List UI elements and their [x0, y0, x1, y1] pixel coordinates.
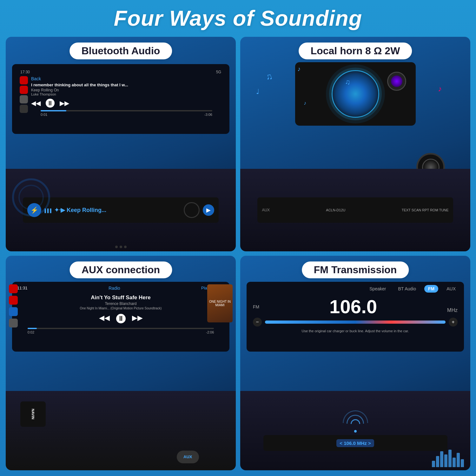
horn-panel-model: ACLN-D12U	[273, 208, 399, 212]
horn-radio-panel: AUX ACLN-D12U TEXT SCAN RPT ROM TUNE	[257, 197, 453, 223]
aux-album: One Night In Miami... (Original Motion P…	[17, 307, 224, 310]
bluetooth-car-interior: ⚡ ▌▌▌ ✦ᐧ▶ Keep Rolling... ▶	[6, 169, 236, 251]
speaker-device	[295, 62, 416, 126]
horn-panel-controls: TEXT SCAN RPT ROM TUNE	[402, 208, 449, 212]
feature-grid: Bluetooth Audio 17:30 5G	[6, 37, 470, 470]
aux-time: 11:31	[17, 286, 28, 291]
note-3-icon: ♩	[256, 88, 259, 96]
aux-plug-text: AUX	[183, 454, 192, 459]
radio-text: ▌▌▌ ✦ᐧ▶ Keep Rolling...	[44, 207, 180, 214]
horn-panel-label: AUX	[262, 208, 270, 212]
aux-progress: 0:02 -2:06	[17, 327, 224, 335]
cell-horn: Local horn 8 Ω 2W ♫ ♪ ♩ ♪	[240, 37, 470, 251]
bt-elapsed: 0:01	[41, 113, 47, 116]
carplay-symbol: ▶	[206, 207, 211, 214]
fm-radio-panel: < 106.0 MHz >	[263, 435, 447, 451]
bt-song: Keep Rolling On	[31, 88, 222, 92]
radio-buttons-row	[115, 246, 127, 248]
fm-unit: MHz	[447, 307, 458, 313]
carplay-icon: ▶	[203, 204, 214, 216]
fm-plus-btn[interactable]: +	[449, 318, 458, 327]
bt-progress-bar	[41, 110, 212, 111]
camera-lens	[387, 72, 406, 91]
fm-bar-8	[461, 459, 464, 467]
horn-car-interior: AUX ACLN-D12U TEXT SCAN RPT ROM TUNE	[240, 169, 470, 251]
fm-frequency-slider[interactable]	[265, 321, 446, 324]
bluetooth-content: 17:30 5G Back I remember thinking about	[6, 37, 236, 251]
fm-minus-btn[interactable]: −	[253, 318, 262, 327]
note-4-icon: ♪	[438, 84, 442, 93]
cell-bluetooth: Bluetooth Audio 17:30 5G	[6, 37, 236, 251]
fm-tab-bt-audio[interactable]: BT Audio	[394, 285, 420, 293]
aux-app-icons	[9, 284, 18, 327]
bt-total: -3:06	[204, 113, 212, 116]
fm-note: Use the original car charger or buck lin…	[247, 327, 464, 333]
aux-label: AUX connection	[69, 261, 172, 278]
fm-tab-aux[interactable]: AUX	[443, 285, 459, 293]
aux-dashboard: NAVIN AUX	[17, 395, 224, 466]
bt-time-row: 0:01 -3:06	[41, 113, 212, 116]
horn-label: Local horn 8 Ω 2W	[299, 43, 412, 59]
bluetooth-label: Bluetooth Audio	[69, 43, 172, 59]
aux-car-interior: NAVIN AUX	[6, 391, 236, 470]
fm-content: 🏠 🎵 FM ↺ Speaker BT Audio FM AUX	[240, 256, 470, 470]
aux-song-name: Ain't Yo Stuff Safe Here	[17, 294, 224, 301]
aux-screen: 11:31 Radio Playing Next Ain't Yo Stuff …	[12, 282, 229, 352]
aux-progress-bar	[28, 328, 214, 329]
aux-song-info: Ain't Yo Stuff Safe Here Terence Blancha…	[17, 294, 224, 310]
horn-label-text: Local horn 8 Ω 2W	[311, 45, 400, 56]
fm-freq-display: < 106.0 MHz >	[336, 439, 374, 447]
fm-bar-2	[436, 456, 439, 467]
fm-main: FM 106.0 MHz	[247, 296, 464, 318]
radio-panel: ⚡ ▌▌▌ ✦ᐧ▶ Keep Rolling... ▶	[23, 197, 218, 223]
fm-tab-fm[interactable]: FM	[424, 285, 438, 293]
fm-bar-6	[453, 458, 456, 467]
fm-slider-row: − +	[247, 318, 464, 327]
aux-artist-name: Terence Blanchard	[17, 301, 224, 306]
fm-tab-speaker[interactable]: Speaker	[366, 285, 390, 293]
aux-time-row: 0:02 -2:06	[28, 330, 214, 334]
fm-bar-4	[444, 454, 447, 467]
bt-next-icon[interactable]: ▶▶	[60, 99, 69, 107]
aux-prev-icon[interactable]: ◀◀	[99, 314, 110, 323]
cell-fm: FM Transmission 🏠 🎵 FM ↺ Speaker BT Audi…	[240, 256, 470, 470]
navin-unit: NAVIN	[20, 401, 46, 427]
bt-back-btn[interactable]: Back	[31, 76, 222, 81]
bt-signal: 5G	[216, 70, 221, 74]
fm-bar-1	[432, 461, 435, 467]
navin-label: NAVIN	[31, 409, 35, 419]
fm-eq-bars	[432, 448, 464, 467]
bt-progress-fill	[41, 110, 66, 111]
aux-next-icon[interactable]: ▶▶	[132, 314, 143, 323]
speaker-grille	[332, 70, 379, 118]
fm-mode-label: FM	[253, 304, 259, 309]
aux-pause-icon[interactable]: ⏸	[116, 314, 126, 323]
camera-iris	[391, 76, 402, 87]
horn-panel-text: TEXT SCAN RPT ROM TUNE	[402, 208, 449, 212]
aux-album-art: ONE NIGHT IN MIAMI	[207, 284, 233, 322]
note-1-icon: ♫	[264, 71, 274, 83]
page-title: Four Ways of Sounding	[114, 6, 362, 30]
bt-song-title: I remember thinking about all the things…	[31, 83, 222, 87]
bt-artist: Luke Thompson	[31, 92, 222, 96]
bluetooth-top-bar: 17:30 5G	[17, 68, 224, 76]
fm-bar-5	[448, 450, 452, 467]
horn-content: ♫ ♪ ♩ ♪ ♫ ♪ AUX ACLN-D12	[240, 37, 470, 251]
fm-label: FM Transmission	[302, 261, 409, 278]
bt-pause-icon[interactable]: ⏸	[46, 99, 55, 108]
aux-progress-fill	[28, 328, 37, 329]
fm-tabs[interactable]: Speaker BT Audio FM AUX	[247, 282, 464, 294]
aux-app-icon-1	[9, 284, 18, 293]
aux-controls[interactable]: ◀◀ ⏸ ▶▶	[17, 314, 224, 323]
aux-content: 11:31 Radio Playing Next Ain't Yo Stuff …	[6, 256, 236, 470]
aux-app-icon-2	[9, 296, 18, 305]
bt-time: 17:30	[20, 70, 30, 74]
aux-album-art-text: ONE NIGHT IN MIAMI	[207, 284, 233, 322]
bt-prev-icon[interactable]: ◀◀	[31, 99, 41, 107]
volume-knob[interactable]	[184, 202, 200, 218]
aux-plug: AUX	[177, 451, 199, 463]
bluetooth-screen: 17:30 5G Back I remember thinking about	[12, 64, 229, 134]
page-container: Four Ways of Sounding Bluetooth Audio 17…	[0, 0, 476, 476]
bt-controls[interactable]: ◀◀ ⏸ ▶▶	[31, 99, 222, 108]
fm-bar-3	[440, 451, 443, 467]
